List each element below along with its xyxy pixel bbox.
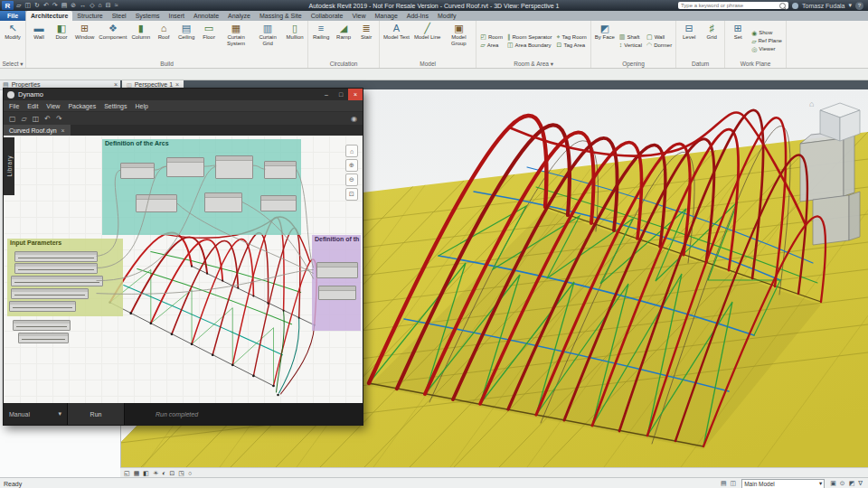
model-group-button[interactable]: ▣Model Group <box>443 22 474 60</box>
dynamo-node[interactable] <box>260 195 297 211</box>
ribbon-tab-analyze[interactable]: Analyze <box>223 11 255 21</box>
close-button[interactable]: × <box>348 89 363 100</box>
ribbon-tab-collaborate[interactable]: Collaborate <box>307 11 348 21</box>
zoom-in-icon[interactable]: ⊕ <box>345 159 358 172</box>
ribbon-tab-view[interactable]: View <box>347 11 370 21</box>
open-icon[interactable]: ▱ <box>16 0 21 11</box>
ribbon-tab-steel[interactable]: Steel <box>108 11 131 21</box>
ref-plane-button[interactable]: ▱Ref Plane <box>751 38 782 44</box>
dynamo-slider-node[interactable] <box>9 301 76 312</box>
redo-icon[interactable]: ↷ <box>52 0 58 11</box>
mullion-button[interactable]: ▯Mullion <box>284 22 306 60</box>
save-file-icon[interactable]: ◫ <box>33 115 40 123</box>
dynamo-menu-view[interactable]: View <box>46 103 60 109</box>
grid-button[interactable]: ♯Grid <box>701 22 722 60</box>
dynamo-menu-edit[interactable]: Edit <box>27 103 38 109</box>
minimize-button[interactable]: – <box>319 89 334 100</box>
ribbon-tab-massing-site[interactable]: Massing & Site <box>255 11 307 21</box>
search-icon[interactable] <box>779 3 786 9</box>
model-text-button[interactable]: AModel Text <box>382 22 411 60</box>
export-image-icon[interactable]: ◉ <box>351 115 357 123</box>
dynamo-menu-help[interactable]: Help <box>135 103 147 109</box>
wall-button[interactable]: ▢Wall <box>646 33 672 40</box>
ribbon-tab-manage[interactable]: Manage <box>371 11 402 21</box>
redo-icon[interactable]: ↷ <box>56 115 62 123</box>
active-workset-select[interactable]: Main Model ▾ <box>741 479 825 488</box>
dynamo-menu-settings[interactable]: Settings <box>104 103 127 109</box>
maximize-button[interactable]: □ <box>334 89 348 100</box>
railing-button[interactable]: ≡Railing <box>310 22 332 60</box>
dynamo-tab-close-icon[interactable]: × <box>61 127 65 134</box>
run-mode-select[interactable]: Manual ▾ <box>4 403 68 425</box>
ribbon-tab-insert[interactable]: Insert <box>165 11 190 21</box>
dynamo-slider-node[interactable] <box>13 320 71 331</box>
select-by-face-icon[interactable]: ◩ <box>849 480 855 487</box>
ribbon-tab-systems[interactable]: Systems <box>131 11 165 21</box>
user-name[interactable]: Tomasz Fudala <box>802 3 844 9</box>
section-icon[interactable]: ⊟ <box>106 0 111 11</box>
dynamo-window[interactable]: Dynamo – □ × FileEditViewPackagesSetting… <box>3 88 363 426</box>
select-pinned-icon[interactable]: ⊙ <box>840 480 845 487</box>
design-options-icon[interactable]: ◫ <box>731 480 737 487</box>
dynamo-menu-file[interactable]: File <box>9 103 19 109</box>
roof-button[interactable]: ⌂Roof <box>153 22 175 60</box>
column-button[interactable]: ▮Column <box>129 22 152 60</box>
dynamo-node[interactable] <box>318 286 356 300</box>
dynamo-node[interactable] <box>204 192 242 212</box>
dynamo-title-bar[interactable]: Dynamo – □ × <box>4 89 363 100</box>
room-separator-button[interactable]: ∥Room Separator <box>507 33 552 40</box>
ribbon-tab-annotate[interactable]: Annotate <box>189 11 223 21</box>
dormer-button[interactable]: ◠Dormer <box>646 42 672 48</box>
dynamo-node[interactable] <box>120 163 155 179</box>
area-button[interactable]: ▱Area <box>480 42 503 48</box>
properties-close-icon[interactable]: × <box>114 81 118 88</box>
floor-button[interactable]: ▭Floor <box>198 22 220 60</box>
ribbon-tab-add-ins[interactable]: Add-Ins <box>402 11 433 21</box>
ceiling-button[interactable]: ▤Ceiling <box>175 22 197 60</box>
dynamo-slider-node[interactable] <box>18 333 69 343</box>
window-button[interactable]: ⊞Window <box>73 22 96 60</box>
tag-icon[interactable]: ◇ <box>90 0 94 11</box>
ribbon-tab-file[interactable]: File <box>0 11 25 21</box>
help-icon[interactable]: ? <box>855 2 863 10</box>
modify-button[interactable]: ↖Modify <box>2 22 24 60</box>
measure-icon[interactable]: ⊘ <box>71 0 76 11</box>
open-file-icon[interactable]: ▱ <box>22 115 27 123</box>
undo-icon[interactable]: ↶ <box>44 115 51 123</box>
dynamo-slider-node[interactable] <box>14 251 98 262</box>
save-icon[interactable]: ◫ <box>24 0 31 11</box>
worksets-icon[interactable]: ▤ <box>721 480 727 487</box>
ribbon-tab-modify[interactable]: Modify <box>433 11 461 21</box>
undo-icon[interactable]: ↶ <box>43 0 49 11</box>
dynamo-group-definition-of-the-arcs[interactable]: Definition of the Arcs <box>102 139 301 235</box>
dynamo-node[interactable] <box>166 157 204 177</box>
zoom-out-icon[interactable]: ⊖ <box>345 174 358 186</box>
print-icon[interactable]: ▤ <box>61 0 68 11</box>
dynamo-node[interactable] <box>316 262 358 278</box>
wall-button[interactable]: ▬Wall <box>28 22 50 60</box>
new-file-icon[interactable]: ▢ <box>9 115 16 123</box>
dynamo-node[interactable] <box>136 194 177 212</box>
tag-area-button[interactable]: ⊡Tag Area <box>557 42 587 48</box>
aligned-dimension-icon[interactable]: ↔ <box>80 0 86 11</box>
curtain-grid-button[interactable]: ▥Curtain Grid <box>252 22 283 60</box>
set-button[interactable]: ⊞Set <box>727 22 749 60</box>
filter-icon[interactable]: ∇ <box>858 480 863 487</box>
by-face-button[interactable]: ◩By Face <box>593 22 617 60</box>
dynamo-slider-node[interactable] <box>11 288 89 299</box>
user-menu-caret-icon[interactable]: ▾ <box>848 2 852 9</box>
zoom-home-icon[interactable]: ⌂ <box>345 145 358 157</box>
room-button[interactable]: ◰Room <box>480 33 503 40</box>
dynamo-node[interactable] <box>264 161 297 179</box>
search-input[interactable] <box>681 3 778 8</box>
default-3d-view-icon[interactable]: ⌂ <box>99 0 102 11</box>
run-button[interactable]: Run <box>68 403 125 425</box>
curtain-system-button[interactable]: ▦Curtain System <box>221 22 251 60</box>
area-boundary-button[interactable]: ◫Area Boundary <box>507 42 552 48</box>
viewer-button[interactable]: ◎Viewer <box>751 46 782 52</box>
dynamo-canvas[interactable]: Definition of the Arcs Input Parameters … <box>4 136 363 403</box>
show-button[interactable]: ◉Show <box>751 30 782 36</box>
select-link-icon[interactable]: ▣ <box>830 480 836 487</box>
vertical-button[interactable]: ↕Vertical <box>619 42 642 48</box>
door-button[interactable]: ◧Door <box>51 22 72 60</box>
